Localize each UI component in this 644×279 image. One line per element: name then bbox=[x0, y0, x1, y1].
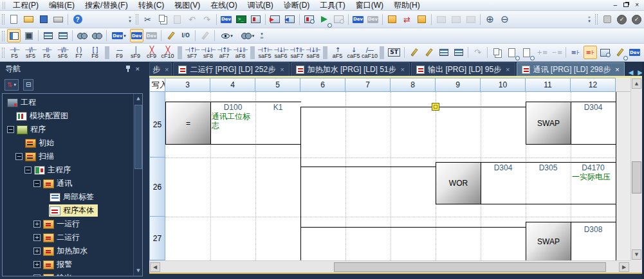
open-file-icon[interactable] bbox=[22, 13, 35, 26]
device-monitor-stop-icon[interactable]: Dev bbox=[366, 13, 380, 26]
tab-close-icon[interactable]: × bbox=[280, 66, 284, 73]
restore-button[interactable] bbox=[623, 2, 629, 8]
help-icon[interactable]: ? bbox=[71, 13, 84, 26]
expander-icon[interactable] bbox=[24, 166, 32, 174]
monitor-stop-icon[interactable] bbox=[332, 13, 345, 26]
insert-row-icon[interactable]: +≡ bbox=[535, 46, 548, 59]
find-note-icon[interactable] bbox=[520, 46, 533, 59]
expander-icon[interactable] bbox=[33, 274, 41, 276]
tree-item[interactable]: 模块配置图 bbox=[3, 109, 142, 123]
operand-label[interactable]: D100 bbox=[210, 103, 255, 112]
menu-item[interactable]: 调试(B) bbox=[243, 0, 279, 11]
scrollbar-thumb[interactable] bbox=[632, 161, 641, 194]
change-module-icon[interactable]: ↷ bbox=[471, 46, 484, 59]
ladder-symbol-button[interactable]: —F9 bbox=[111, 44, 127, 61]
tree-item[interactable]: 一运行 bbox=[3, 217, 142, 231]
document-tab[interactable]: 步 × bbox=[149, 62, 172, 76]
outline-display-icon[interactable]: ≡⊦ bbox=[569, 46, 582, 59]
ladder-symbol-button[interactable]: ⊣/⊢sF5 bbox=[23, 44, 39, 61]
navigation-window-icon[interactable] bbox=[7, 29, 21, 42]
tree-item[interactable]: 二运行 bbox=[3, 231, 142, 244]
scrollbar-thumb[interactable] bbox=[134, 105, 142, 169]
ladder-symbol-button[interactable]: ⊣↑⊢sF7 bbox=[184, 44, 200, 61]
undo-icon[interactable]: ↶ bbox=[185, 13, 199, 26]
list-view-icon[interactable] bbox=[41, 29, 55, 42]
terminal-monitor-icon[interactable]: >_ bbox=[234, 13, 248, 26]
tree-item[interactable]: 程序本体 bbox=[3, 204, 142, 217]
simulation-pause-icon[interactable] bbox=[449, 13, 463, 26]
device-monitor-icon[interactable]: Dev bbox=[219, 13, 233, 26]
ladder-symbol-button[interactable]: ⊣↓⊢saF6 bbox=[273, 44, 289, 61]
device-find-icon[interactable]: ▾ bbox=[238, 29, 257, 42]
tree-item[interactable]: 工程 bbox=[3, 96, 142, 109]
program-check-icon[interactable]: ✓ bbox=[615, 13, 629, 26]
document-tab[interactable]: 加热加水 [PRG] [LD] 51步 × bbox=[291, 62, 410, 76]
document-tab[interactable]: 二运行 [PRG] [LD] 252步 × bbox=[173, 62, 289, 76]
device-memory-icon[interactable]: Dev bbox=[130, 29, 143, 42]
register-watch-icon[interactable] bbox=[613, 46, 627, 59]
swap-instruction-block[interactable]: SWAP bbox=[526, 222, 571, 260]
ladder-symbol-button[interactable]: ⊣↓⊩aF8 bbox=[232, 44, 248, 61]
hardware-monitor-icon[interactable] bbox=[249, 13, 262, 26]
device-comment-edit-icon[interactable] bbox=[407, 46, 421, 59]
parameter-edit-icon[interactable] bbox=[164, 29, 178, 42]
print-icon[interactable] bbox=[51, 13, 65, 26]
module-configuration-icon[interactable] bbox=[22, 29, 35, 42]
pin-icon[interactable] bbox=[125, 66, 131, 72]
ladder-symbol-button[interactable] bbox=[323, 46, 327, 59]
scroll-up-icon[interactable]: ▲ bbox=[134, 94, 142, 103]
device-batch-find-icon[interactable]: Dev bbox=[628, 46, 641, 59]
tree-item[interactable]: 程序 bbox=[3, 123, 142, 136]
inline-comment-icon[interactable] bbox=[452, 46, 465, 59]
find-replace-icon[interactable] bbox=[90, 29, 104, 42]
tree-item[interactable]: 加热加水 bbox=[3, 244, 142, 258]
options-icon[interactable] bbox=[600, 13, 614, 26]
operand-label[interactable]: D304 bbox=[481, 163, 526, 172]
menu-item[interactable]: 搜索/替换(F) bbox=[80, 0, 133, 11]
toolbar-overflow-icon[interactable]: »▾ bbox=[585, 15, 593, 23]
ladder-symbol-button[interactable]: ⊣⊩F6 bbox=[39, 44, 55, 61]
copy-icon[interactable] bbox=[156, 13, 169, 26]
tree-scrollbar[interactable]: ▲ ▼ bbox=[133, 94, 142, 276]
menu-item[interactable]: 诊断(D) bbox=[279, 0, 315, 11]
detail-view-icon[interactable] bbox=[56, 29, 69, 42]
tab-close-icon[interactable]: × bbox=[165, 66, 169, 73]
scroll-up-icon[interactable]: ▲ bbox=[632, 78, 641, 89]
scroll-down-icon[interactable]: ▼ bbox=[134, 267, 142, 275]
label-edit-icon[interactable] bbox=[198, 29, 212, 42]
read-from-plc-icon[interactable]: ◀ bbox=[283, 13, 297, 26]
ladder-symbol-button[interactable]: ⊣↓⊩saF8 bbox=[305, 44, 321, 61]
expander-icon[interactable] bbox=[33, 261, 41, 268]
zoom-in-icon[interactable]: ⊕ bbox=[483, 13, 497, 26]
sidebar-close-icon[interactable]: × bbox=[136, 65, 140, 73]
statement-list-icon[interactable] bbox=[490, 46, 504, 59]
monitor-watch-icon[interactable] bbox=[302, 13, 316, 26]
close-button[interactable]: × bbox=[635, 2, 639, 8]
simulation-stop-icon[interactable] bbox=[464, 13, 477, 26]
tree-item[interactable]: 输出 bbox=[3, 271, 142, 276]
operand-label[interactable]: D305 bbox=[526, 163, 571, 172]
document-tab[interactable]: 输出 [PRG] [LD] 95步 × bbox=[411, 62, 515, 76]
paste-icon[interactable] bbox=[170, 13, 184, 26]
tree-item[interactable]: 局部标签 bbox=[3, 190, 142, 204]
write-to-plc-icon[interactable]: ▶ bbox=[268, 13, 282, 26]
note-edit-icon[interactable] bbox=[437, 46, 450, 59]
scrollbar-thumb[interactable] bbox=[334, 262, 606, 272]
ladder-symbol-button[interactable] bbox=[250, 46, 255, 59]
wor-instruction-block[interactable]: WOR bbox=[436, 162, 481, 204]
outline-collapse-icon[interactable]: ≡⊦ bbox=[584, 46, 597, 59]
menu-item[interactable]: 视图(V) bbox=[169, 0, 205, 11]
tree-item[interactable]: 初始 bbox=[3, 136, 142, 150]
parameter-check-icon[interactable]: ✓ bbox=[630, 13, 643, 26]
tab-close-icon[interactable]: × bbox=[615, 66, 619, 73]
ladder-symbol-button[interactable]: ↑aF5 bbox=[329, 44, 345, 61]
horizontal-scrollbar[interactable]: ◀ ▶ bbox=[149, 260, 630, 273]
read-statement-icon[interactable] bbox=[415, 13, 428, 26]
ladder-symbol-button[interactable]: ↓caF5 bbox=[345, 44, 362, 61]
redo-icon[interactable]: ↷ bbox=[200, 13, 214, 26]
ladder-symbol-button[interactable]: ⊣↑⊩aF7 bbox=[216, 44, 232, 61]
new-file-icon[interactable] bbox=[7, 13, 21, 26]
device-memory-detail-icon[interactable]: Dev bbox=[145, 29, 158, 42]
expander-icon[interactable] bbox=[7, 126, 14, 133]
menu-item[interactable]: 在线(O) bbox=[205, 0, 242, 11]
